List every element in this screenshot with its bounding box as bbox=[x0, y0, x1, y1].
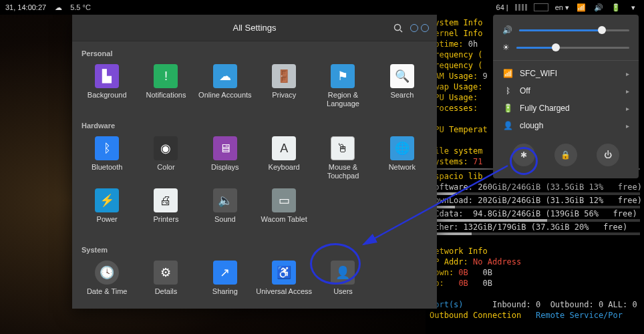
accessibility-icon: ♿ bbox=[272, 261, 296, 285]
settings-item-network[interactable]: 🌐Network bbox=[373, 134, 432, 183]
ports-in: Inbound: 0 bbox=[492, 300, 540, 309]
settings-item-mouse-touchpad[interactable]: 🖱Mouse & Touchpad bbox=[313, 134, 372, 183]
ports-all: ALL: 0 bbox=[608, 300, 637, 309]
settings-item-displays[interactable]: 🖥Displays bbox=[196, 134, 255, 183]
battery-menu-item[interactable]: 🔋Fully Charged▸ bbox=[493, 100, 639, 117]
system-menu-toggle[interactable]: ▾ bbox=[628, 2, 639, 13]
lock-button[interactable]: 🔒 bbox=[554, 144, 577, 166]
wifi-icon[interactable]: 📶 bbox=[576, 2, 587, 13]
weather-icon: ☁ bbox=[53, 2, 63, 13]
flag-icon: ⚑ bbox=[331, 64, 355, 88]
cputemp: CPU Temperat bbox=[430, 125, 488, 134]
wifi-icon: 📶 bbox=[502, 69, 513, 78]
item-label: Search bbox=[390, 91, 414, 108]
outb-key: Outbound Connection bbox=[430, 311, 521, 320]
settings-item-universal-access[interactable]: ♿Universal Access bbox=[255, 258, 313, 307]
settings-item-region-language[interactable]: ⚑Region & Language bbox=[313, 61, 372, 111]
settings-title: All Settings bbox=[80, 23, 391, 33]
settings-item-privacy[interactable]: 🚪Privacy bbox=[255, 61, 313, 111]
bluetooth-label: Off bbox=[520, 86, 530, 96]
power-icon: ⏻ bbox=[604, 150, 612, 160]
weather-temp: 5.5 °C bbox=[70, 3, 91, 11]
brightness-icon: ☀ bbox=[502, 43, 510, 52]
search-button[interactable] bbox=[391, 21, 405, 35]
volume-slider[interactable] bbox=[519, 29, 629, 31]
brightness-slider-row: ☀ bbox=[493, 39, 639, 56]
outb-val: Remote Service/Por bbox=[536, 311, 623, 320]
ports-out: Outbound: 0 bbox=[550, 300, 603, 309]
settings-item-bluetooth[interactable]: ᛒBluetooth bbox=[77, 134, 136, 183]
cloud-icon: ☁ bbox=[213, 64, 237, 88]
item-label: Notifications bbox=[146, 91, 186, 108]
settings-item-sound[interactable]: 🔈Sound bbox=[196, 186, 255, 235]
window-minimize-button[interactable] bbox=[410, 24, 418, 32]
volume-icon: 🔊 bbox=[502, 25, 512, 35]
keyboard-icon: A bbox=[272, 136, 296, 160]
disk2-text: 94.8GiB/246GiB (139GiB 56% free) bbox=[468, 209, 637, 218]
door-icon: 🚪 bbox=[272, 64, 296, 88]
fs-sys-v: 71 bbox=[473, 157, 482, 166]
chevron-right-icon: ▸ bbox=[626, 122, 629, 130]
clock-text: 31, 14:00:27 bbox=[5, 3, 46, 11]
item-label: Wacom Tablet bbox=[261, 215, 307, 232]
item-label: Displays bbox=[211, 163, 239, 180]
system-menu-popup: 🔊 ☀ 📶SFC_WIFI▸ ᛒOff▸ 🔋Fully Charged▸ 👤cl… bbox=[493, 15, 639, 178]
up-v1: 0B bbox=[458, 279, 468, 288]
settings-item-printers[interactable]: 🖨Printers bbox=[136, 186, 195, 235]
battery-label: Fully Charged bbox=[520, 104, 570, 113]
settings-item-date-time[interactable]: 🕓Date & Time bbox=[77, 258, 136, 307]
share-icon: ↗ bbox=[213, 261, 237, 285]
tablet-icon: ▭ bbox=[272, 188, 296, 212]
ip-val: No Address bbox=[473, 257, 521, 267]
settings-item-details[interactable]: ⚙Details bbox=[136, 258, 195, 307]
settings-item-power[interactable]: ⚡Power bbox=[77, 186, 136, 235]
freq1: Frequency ( bbox=[430, 50, 482, 59]
person-icon: 👤 bbox=[502, 121, 513, 130]
settings-item-background[interactable]: ▙Background bbox=[77, 61, 136, 111]
volume-slider-row: 🔊 bbox=[493, 21, 639, 39]
settings-item-wacom[interactable]: ▭Wacom Tablet bbox=[255, 186, 313, 235]
settings-item-users[interactable]: 👤Users bbox=[313, 258, 372, 307]
display-icon: 🖥 bbox=[213, 136, 237, 160]
battery-icon: 🔋 bbox=[502, 104, 513, 113]
settings-item-sharing[interactable]: ↗Sharing bbox=[196, 258, 255, 307]
window-close-button[interactable] bbox=[421, 24, 429, 32]
brightness-slider[interactable] bbox=[516, 47, 629, 49]
item-label: Region & Language bbox=[315, 91, 371, 108]
swap-key: Swap Usage: bbox=[430, 82, 482, 92]
battery-icon[interactable]: 🔋 bbox=[611, 2, 621, 13]
espacio-hdr: Espacio lib bbox=[430, 172, 482, 181]
disk1-text: 202GiB/246GiB (31.3GiB 12% free) bbox=[478, 196, 642, 205]
settings-item-search[interactable]: 🔍Search bbox=[373, 61, 432, 111]
item-label: Sharing bbox=[212, 287, 238, 305]
item-label: Bluetooth bbox=[92, 163, 122, 180]
chevron-right-icon: ▸ bbox=[626, 105, 629, 112]
sysinfo-hdr: System Info bbox=[430, 18, 482, 27]
globe-icon: 🌐 bbox=[390, 136, 414, 160]
settings-item-keyboard[interactable]: AKeyboard bbox=[255, 134, 313, 183]
uptime-val: 0h bbox=[468, 39, 478, 49]
wifi-menu-item[interactable]: 📶SFC_WIFI▸ bbox=[493, 65, 639, 82]
clock-icon: 🕓 bbox=[95, 261, 119, 285]
lock-icon: 🔒 bbox=[560, 150, 571, 160]
keyboard-layout-indicator[interactable]: en ▾ bbox=[555, 3, 569, 12]
settings-icon: ✱ bbox=[520, 150, 527, 160]
settings-item-notifications[interactable]: !Notifications bbox=[136, 61, 195, 111]
power-button[interactable]: ⏻ bbox=[597, 144, 619, 166]
item-label: Background bbox=[88, 91, 127, 108]
bluetooth-menu-item[interactable]: ᛒOff▸ bbox=[493, 82, 639, 100]
top-bar: 31, 14:00:27 ☁ 5.5 °C 64 | en ▾ 📶 🔊 🔋 ▾ bbox=[0, 0, 644, 15]
ram-val: 9 bbox=[482, 71, 487, 81]
chevron-right-icon: ▸ bbox=[626, 88, 629, 95]
power-icon: ⚡ bbox=[95, 188, 119, 212]
kernel-hdr: Kernel Info bbox=[430, 29, 482, 38]
settings-shortcut-button[interactable]: ✱ bbox=[512, 144, 535, 166]
volume-icon[interactable]: 🔊 bbox=[593, 2, 604, 13]
user-icon: 👤 bbox=[331, 261, 355, 285]
section-system-label: System bbox=[72, 238, 437, 258]
settings-item-online-accounts[interactable]: ☁Online Accounts bbox=[196, 61, 255, 111]
background-icon: ▙ bbox=[95, 64, 119, 88]
settings-item-color[interactable]: ◉Color bbox=[136, 134, 195, 183]
user-menu-item[interactable]: 👤clough▸ bbox=[493, 117, 639, 134]
cpu-indicator: 64 | bbox=[496, 3, 508, 11]
